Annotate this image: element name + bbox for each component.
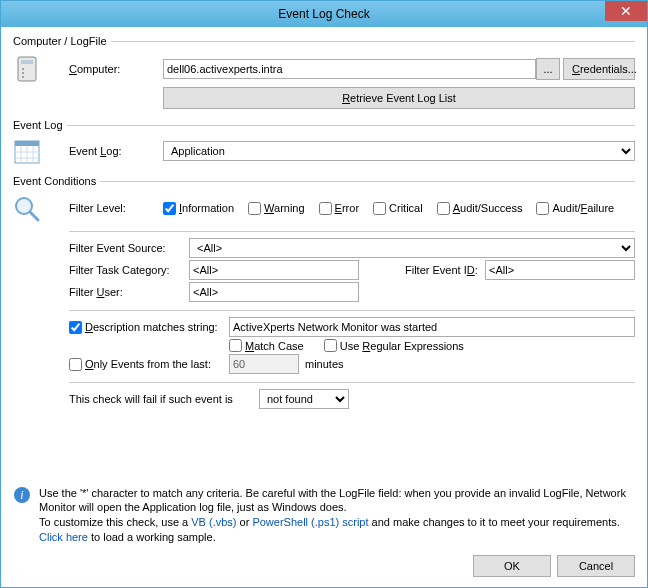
chk-match-case[interactable]: Match Case xyxy=(229,339,304,352)
description-input[interactable] xyxy=(229,317,635,337)
svg-text:i: i xyxy=(20,488,23,502)
minutes-label: minutes xyxy=(305,358,344,370)
chk-audit-failure[interactable]: Audit/Failure xyxy=(536,202,614,215)
group-event-conditions: Event Conditions Filter Level: Informati… xyxy=(13,175,635,476)
close-button[interactable]: ✕ xyxy=(605,1,647,21)
chk-only-events[interactable]: Only Events from the last: xyxy=(69,358,229,371)
computer-input[interactable] xyxy=(163,59,536,79)
fail-select[interactable]: not found xyxy=(259,389,349,409)
svg-rect-1 xyxy=(21,60,33,64)
chk-error[interactable]: Error xyxy=(319,202,359,215)
svg-point-2 xyxy=(22,68,24,70)
filter-user-input[interactable] xyxy=(189,282,359,302)
info-box: i Use the '*' character to match any cri… xyxy=(13,486,635,545)
event-id-input[interactable] xyxy=(485,260,635,280)
ok-button[interactable]: OK xyxy=(473,555,551,577)
eventlog-select[interactable]: Application xyxy=(163,141,635,161)
svg-line-13 xyxy=(30,212,38,220)
filter-level-label: Filter Level: xyxy=(69,202,126,214)
only-events-input xyxy=(229,354,299,374)
event-source-select[interactable]: <All> xyxy=(189,238,635,258)
legend-computer-logfile: Computer / LogFile xyxy=(13,35,111,47)
computer-icon xyxy=(13,55,41,85)
credentials-button[interactable]: Credentials... xyxy=(563,58,635,80)
svg-point-4 xyxy=(22,76,24,78)
dialog-body: Computer / LogFile Computer: ... Credent… xyxy=(1,27,647,587)
info-text: Use the '*' character to match any crite… xyxy=(39,486,635,545)
chk-use-regex[interactable]: Use Regular Expressions xyxy=(324,339,464,352)
chk-information[interactable]: Information xyxy=(163,202,234,215)
group-event-log: Event Log Event Log: Application xyxy=(13,119,635,171)
info-icon: i xyxy=(13,486,31,545)
cancel-button[interactable]: Cancel xyxy=(557,555,635,577)
fail-label: This check will fail if such event is xyxy=(69,393,259,405)
titlebar: Event Log Check ✕ xyxy=(1,1,647,27)
link-vb[interactable]: VB (.vbs) xyxy=(191,516,236,528)
task-category-input[interactable] xyxy=(189,260,359,280)
magnifier-icon xyxy=(13,195,41,223)
event-source-label: Filter Event Source: xyxy=(69,242,166,254)
close-icon: ✕ xyxy=(620,3,632,19)
link-click-here[interactable]: Click here xyxy=(39,531,88,543)
button-bar: OK Cancel xyxy=(13,549,635,577)
event-id-label: Filter Event ID: xyxy=(405,264,478,276)
chk-warning[interactable]: Warning xyxy=(248,202,305,215)
task-category-label: Filter Task Category: xyxy=(69,264,170,276)
link-powershell[interactable]: PowerShell (.ps1) script xyxy=(252,516,368,528)
computer-label: omputer: xyxy=(77,63,120,75)
chk-audit-success[interactable]: Audit/Success xyxy=(437,202,523,215)
retrieve-button[interactable]: Retrieve Event Log List xyxy=(163,87,635,109)
chk-critical[interactable]: Critical xyxy=(373,202,423,215)
chk-description-matches[interactable]: Description matches string: xyxy=(69,321,229,334)
legend-event-conditions: Event Conditions xyxy=(13,175,100,187)
svg-point-3 xyxy=(22,72,24,74)
window-title: Event Log Check xyxy=(278,7,369,21)
browse-button[interactable]: ... xyxy=(536,58,560,80)
filter-user-label: Filter User: xyxy=(69,286,123,298)
legend-event-log: Event Log xyxy=(13,119,67,131)
group-computer-logfile: Computer / LogFile Computer: ... Credent… xyxy=(13,35,635,115)
svg-rect-6 xyxy=(15,141,39,146)
eventlog-label: Event Log: xyxy=(69,145,122,157)
calendar-icon xyxy=(13,139,41,165)
